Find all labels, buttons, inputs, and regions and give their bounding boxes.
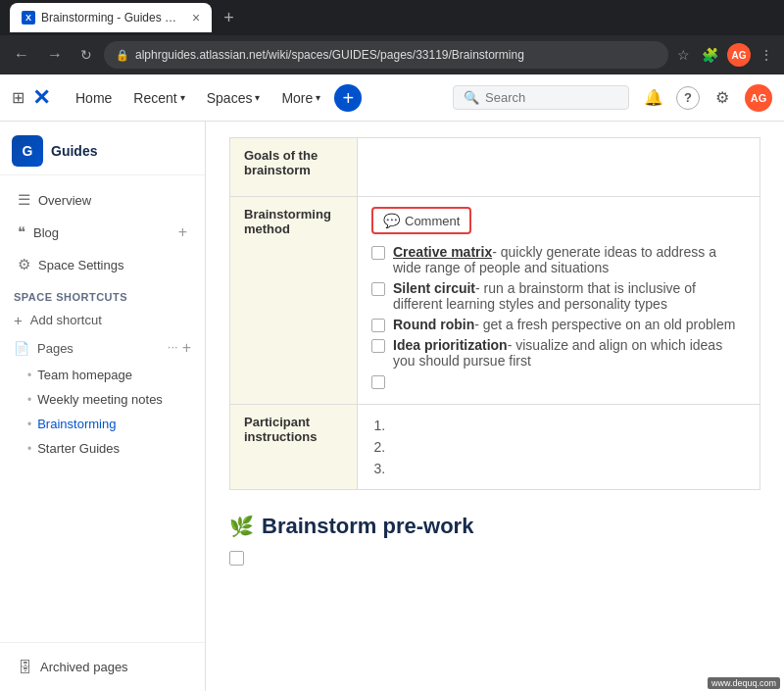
method-row-2: Silent circuit- run a brainstorm that is… — [371, 280, 746, 312]
nav-links: Home Recent ▾ Spaces ▾ More ▾ — [66, 84, 330, 112]
overview-icon: ☰ — [18, 191, 30, 209]
instructions-list — [371, 415, 746, 479]
space-title: Guides — [51, 143, 97, 159]
app: ⊞ ✕ Home Recent ▾ Spaces ▾ More ▾ + 🔍 — [0, 74, 784, 691]
method2-checkbox[interactable] — [371, 282, 385, 296]
page-list-item-brainstorming[interactable]: Brainstorming — [18, 412, 205, 436]
comment-button[interactable]: 💬 Comment — [371, 207, 471, 234]
method-content: 💬 Comment Creative matrix- quickly gener… — [358, 197, 760, 405]
address-bar[interactable]: 🔒 alphrguides.atlassian.net/wiki/spaces/… — [104, 41, 668, 69]
archived-icon: 🗄 — [18, 659, 32, 675]
nav-recent[interactable]: Recent ▾ — [123, 84, 194, 112]
more-chevron: ▾ — [316, 92, 320, 103]
search-bar: 🔍 — [453, 85, 629, 110]
spaces-chevron: ▾ — [255, 92, 260, 103]
lock-icon: 🔒 — [116, 49, 129, 62]
space-icon: G — [12, 135, 43, 167]
instructions-label: Participant instructions — [230, 405, 358, 490]
table-row-instructions: Participant instructions — [230, 405, 760, 490]
address-bar-row: ← → ↻ 🔒 alphrguides.atlassian.net/wiki/s… — [0, 35, 784, 74]
back-button[interactable]: ← — [8, 42, 35, 68]
goals-label: Goals of the brainstorm — [230, 138, 358, 197]
browser-menu-button[interactable]: ⋮ — [757, 44, 776, 66]
prework-checkbox-row — [229, 551, 760, 566]
method-row-3: Round robin- get a fresh perspective on … — [371, 317, 746, 332]
nav-more[interactable]: More ▾ — [271, 84, 330, 112]
method3-checkbox[interactable] — [371, 319, 385, 332]
add-shortcut-icon: + — [14, 312, 23, 328]
watermark: www.dequq.com — [708, 677, 780, 689]
search-icon: 🔍 — [464, 90, 479, 105]
blog-icon: ❝ — [18, 223, 25, 241]
prework-title: 🌿 Brainstorm pre-work — [229, 514, 760, 539]
method-row-1: Creative matrix- quickly generate ideas … — [371, 244, 746, 275]
browser-toolbar-icons: ☆ 🧩 AG ⋮ — [674, 43, 776, 67]
pages-more-icon[interactable]: ··· — [168, 339, 178, 357]
pages-icon: 📄 — [14, 341, 29, 356]
grid-icon[interactable]: ⊞ — [12, 88, 24, 107]
nav-home[interactable]: Home — [66, 84, 122, 112]
table-row-goals: Goals of the brainstorm — [230, 138, 760, 197]
prework-checkbox[interactable] — [229, 551, 244, 566]
page-list-item-starter-guides[interactable]: Starter Guides — [18, 436, 205, 461]
pages-row[interactable]: 📄 Pages ··· + — [0, 333, 205, 363]
method3-title: Round robin — [393, 317, 474, 332]
bookmark-button[interactable]: ☆ — [674, 44, 693, 66]
method4-checkbox[interactable] — [371, 339, 385, 353]
pages-add-icon[interactable]: + — [182, 339, 191, 357]
page-list-item-team-homepage[interactable]: Team homepage — [18, 363, 205, 387]
sidebar-item-overview[interactable]: ☰ Overview — [4, 184, 201, 216]
address-text: alphrguides.atlassian.net/wiki/spaces/GU… — [135, 48, 524, 62]
instruction-item-2 — [389, 436, 746, 458]
goals-content[interactable] — [358, 138, 760, 197]
add-shortcut-item[interactable]: + Add shortcut — [0, 307, 205, 333]
method1-title: Creative matrix — [393, 244, 492, 260]
instruction-item-3 — [389, 458, 746, 479]
page-list: Team homepage Weekly meeting notes Brain… — [0, 363, 205, 461]
settings-icon: ⚙ — [18, 256, 30, 273]
sidebar-nav: ☰ Overview ❝ Blog + ⚙ Space Settings SPA… — [0, 175, 205, 469]
method-label: Brainstorming method — [230, 197, 358, 405]
method-row-extra — [371, 373, 746, 389]
tab-title: Brainstorming - Guides - Conflu... — [41, 11, 178, 25]
sidebar-item-blog[interactable]: ❝ Blog + — [4, 217, 201, 248]
browser-tab[interactable]: X Brainstorming - Guides - Conflu... × — [10, 3, 212, 32]
confluence-logo[interactable]: ✕ — [32, 85, 50, 111]
page-list-item-weekly-meeting[interactable]: Weekly meeting notes — [18, 387, 205, 412]
extensions-button[interactable]: 🧩 — [699, 44, 721, 66]
brainstorm-table: Goals of the brainstorm Brainstorming me… — [229, 137, 760, 490]
sidebar-bottom: 🗄 Archived pages — [0, 642, 205, 691]
reload-button[interactable]: ↻ — [74, 43, 98, 67]
forward-button[interactable]: → — [41, 42, 69, 68]
shortcuts-section-label: SPACE SHORTCUTS — [0, 281, 205, 307]
help-button[interactable]: ? — [676, 86, 700, 110]
user-avatar[interactable]: AG — [745, 84, 772, 112]
prework-icon: 🌿 — [229, 515, 254, 538]
pages-icons: ··· + — [168, 339, 191, 357]
main-content: G Guides ☰ Overview ❝ Blog + ⚙ Space Set… — [0, 122, 784, 691]
method-extra-checkbox[interactable] — [371, 375, 385, 389]
settings-button[interactable]: ⚙ — [708, 83, 737, 113]
space-header: G Guides — [0, 122, 205, 175]
nav-spaces[interactable]: Spaces ▾ — [197, 84, 270, 112]
browser-chrome: X Brainstorming - Guides - Conflu... × + — [0, 0, 784, 35]
browser-user-avatar[interactable]: AG — [727, 43, 751, 67]
sidebar-item-settings[interactable]: ⚙ Space Settings — [4, 249, 201, 280]
create-button[interactable]: + — [334, 84, 362, 112]
method4-title: Idea prioritization — [393, 337, 508, 353]
search-input[interactable] — [485, 90, 603, 105]
blog-add-icon[interactable]: + — [178, 223, 187, 241]
sidebar: G Guides ☰ Overview ❝ Blog + ⚙ Space Set… — [0, 122, 206, 691]
tab-close-button[interactable]: × — [192, 10, 200, 25]
top-nav: ⊞ ✕ Home Recent ▾ Spaces ▾ More ▾ + 🔍 — [0, 74, 784, 122]
notifications-button[interactable]: 🔔 — [639, 83, 668, 113]
sidebar-item-archived[interactable]: 🗄 Archived pages — [4, 652, 201, 682]
new-tab-button[interactable]: + — [223, 8, 234, 28]
prework-section: 🌿 Brainstorm pre-work — [229, 514, 760, 566]
method-row-4: Idea prioritization- visualize and align… — [371, 337, 746, 369]
comment-icon: 💬 — [383, 213, 400, 228]
method1-checkbox[interactable] — [371, 246, 385, 260]
content-area: Goals of the brainstorm Brainstorming me… — [206, 122, 784, 691]
tab-favicon: X — [22, 11, 35, 25]
table-row-method: Brainstorming method 💬 Comment — [230, 197, 760, 405]
